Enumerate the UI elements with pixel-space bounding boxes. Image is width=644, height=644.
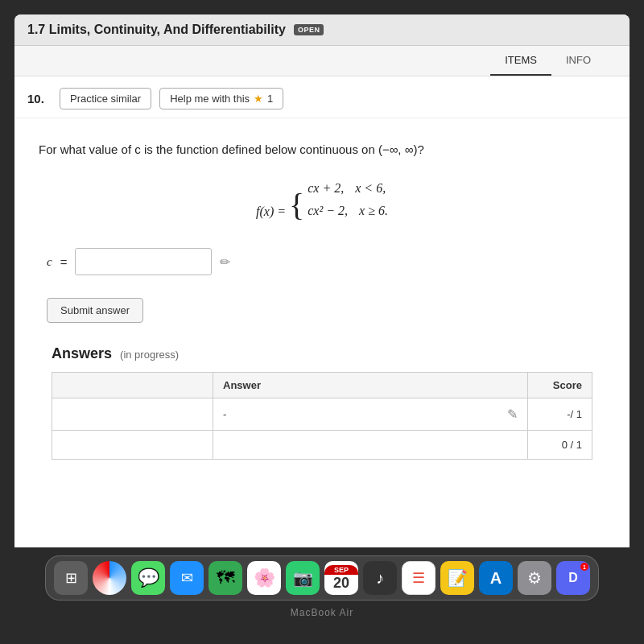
system-prefs-icon[interactable]: ⚙: [518, 561, 551, 595]
math-display: f(x) = { cx + 2, x < 6, cx² − 2, x ≥ 6.: [39, 177, 605, 225]
edit-icon[interactable]: ✎: [507, 407, 518, 422]
table-row: - ✎ -/ 1: [52, 398, 592, 431]
case1-cond: x < 6,: [355, 181, 386, 195]
row1-empty: [52, 398, 213, 431]
help-star-count: 1: [267, 93, 273, 105]
question-number: 10.: [27, 92, 52, 105]
row1-answer-value: -: [223, 408, 226, 420]
variable-label: c: [47, 255, 52, 269]
answers-section: Answers (in progress) Answer Score: [39, 345, 605, 460]
calendar-day: 20: [333, 575, 349, 592]
help-label: Help me with this: [170, 93, 250, 105]
music-icon[interactable]: ♪: [363, 561, 397, 595]
screen: 1.7 Limits, Continuity, And Differentiab…: [14, 14, 630, 547]
col-empty-header: [52, 373, 213, 398]
tab-info[interactable]: INFO: [551, 46, 605, 76]
case2-expr: cx² − 2,: [308, 204, 348, 217]
cases-table: cx + 2, x < 6, cx² − 2, x ≥ 6.: [308, 177, 388, 224]
answers-header: Answers (in progress): [52, 345, 592, 362]
equals-sign: =: [60, 255, 68, 269]
notes-icon[interactable]: 📝: [440, 561, 474, 595]
star-icon: ★: [254, 93, 263, 105]
problem-text: For what value of c is the function defi…: [39, 141, 605, 159]
case2-row: cx² − 2, x ≥ 6.: [308, 200, 388, 223]
tab-items[interactable]: ITEMS: [490, 46, 551, 76]
case2-cond: x ≥ 6.: [359, 204, 388, 217]
row1-answer: - ✎: [213, 398, 528, 431]
maps-icon[interactable]: 🗺: [208, 561, 242, 595]
discord-notification: 1: [580, 563, 588, 571]
discord-icon[interactable]: D 1: [556, 561, 590, 595]
tab-bar: ITEMS INFO: [14, 46, 630, 76]
case1-row: cx + 2, x < 6,: [308, 177, 388, 200]
messages-icon[interactable]: 💬: [131, 561, 165, 595]
big-brace: {: [289, 186, 304, 222]
row2-answer: [213, 431, 528, 460]
title-bar: 1.7 Limits, Continuity, And Differentiab…: [14, 14, 630, 46]
row2-score: 0 / 1: [528, 431, 592, 460]
page-title: 1.7 Limits, Continuity, And Differentiab…: [27, 23, 286, 37]
mail-icon[interactable]: ✉: [170, 561, 204, 595]
help-me-button[interactable]: Help me with this ★ 1: [159, 88, 283, 109]
function-notation: f(x) =: [256, 204, 286, 217]
submit-answer-button[interactable]: Submit answer: [47, 298, 143, 323]
macbook-bottom: ⊞ 💬 ✉ 🗺 🌸 📷 SEP 20 ♪ ☰ 📝 A ⚙ D 1 Mac: [0, 547, 644, 644]
col-answer-header: Answer: [213, 373, 528, 398]
in-progress-label: (in progress): [120, 349, 179, 361]
pencil-icon[interactable]: ✏: [220, 254, 230, 270]
open-badge: OPEN: [294, 24, 324, 35]
safari-icon[interactable]: [93, 561, 126, 595]
dock: ⊞ 💬 ✉ 🗺 🌸 📷 SEP 20 ♪ ☰ 📝 A ⚙ D 1: [45, 555, 599, 601]
calendar-month: SEP: [324, 565, 358, 575]
question-row: 10. Practice similar Help me with this ★…: [14, 76, 630, 118]
calendar-icon[interactable]: SEP 20: [324, 561, 358, 595]
photos-icon[interactable]: 🌸: [247, 561, 281, 595]
row1-score: -/ 1: [528, 398, 592, 431]
facetime-icon[interactable]: 📷: [286, 561, 320, 595]
answer-row: c = ✏: [39, 248, 605, 275]
answer-input[interactable]: [75, 248, 212, 275]
col-score-header: Score: [528, 373, 592, 398]
reminders-icon[interactable]: ☰: [402, 561, 436, 595]
answers-table: Answer Score - ✎: [52, 372, 592, 460]
problem-content: For what value of c is the function defi…: [14, 118, 630, 476]
table-row: 0 / 1: [52, 431, 592, 460]
app-store-icon[interactable]: A: [479, 561, 513, 595]
macbook-label: MacBook Air: [291, 607, 353, 618]
case1-expr: cx + 2,: [308, 181, 344, 195]
practice-similar-button[interactable]: Practice similar: [60, 88, 151, 109]
launchpad-icon[interactable]: ⊞: [54, 561, 88, 595]
row2-empty: [52, 431, 213, 460]
main-content: 10. Practice similar Help me with this ★…: [14, 76, 630, 547]
answers-title: Answers: [52, 345, 112, 362]
